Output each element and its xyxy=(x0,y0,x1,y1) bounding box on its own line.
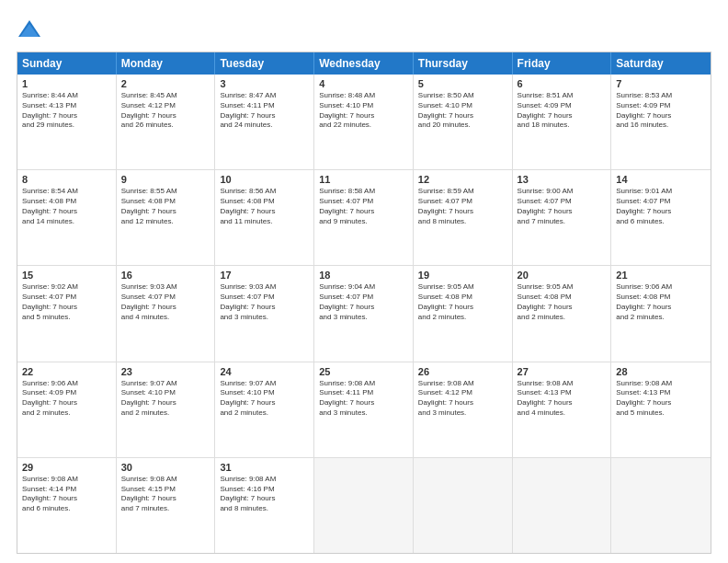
day-info: Sunrise: 8:44 AM Sunset: 4:13 PM Dayligh… xyxy=(22,91,111,131)
calendar-cell: 17Sunrise: 9:03 AM Sunset: 4:07 PM Dayli… xyxy=(215,266,314,361)
day-info: Sunrise: 9:06 AM Sunset: 4:09 PM Dayligh… xyxy=(22,379,111,419)
calendar-cell: 9Sunrise: 8:55 AM Sunset: 4:08 PM Daylig… xyxy=(117,170,216,265)
calendar-cell: 27Sunrise: 9:08 AM Sunset: 4:13 PM Dayli… xyxy=(513,362,612,457)
day-number: 28 xyxy=(616,366,706,377)
day-number: 10 xyxy=(220,174,309,185)
calendar-cell: 10Sunrise: 8:56 AM Sunset: 4:08 PM Dayli… xyxy=(215,170,314,265)
day-number: 25 xyxy=(319,366,408,377)
day-info: Sunrise: 9:08 AM Sunset: 4:14 PM Dayligh… xyxy=(22,475,111,514)
calendar-body: 1Sunrise: 8:44 AM Sunset: 4:13 PM Daylig… xyxy=(17,75,711,553)
calendar-cell: 31Sunrise: 9:08 AM Sunset: 4:16 PM Dayli… xyxy=(215,458,314,553)
day-info: Sunrise: 8:50 AM Sunset: 4:10 PM Dayligh… xyxy=(418,91,507,131)
day-number: 4 xyxy=(319,78,408,89)
calendar-cell: 2Sunrise: 8:45 AM Sunset: 4:12 PM Daylig… xyxy=(117,75,216,169)
calendar-row-5: 29Sunrise: 9:08 AM Sunset: 4:14 PM Dayli… xyxy=(17,458,711,553)
calendar-cell: 15Sunrise: 9:02 AM Sunset: 4:07 PM Dayli… xyxy=(17,266,117,361)
header-day-tuesday: Tuesday xyxy=(215,52,314,75)
header-day-thursday: Thursday xyxy=(414,52,513,75)
calendar-cell: 14Sunrise: 9:01 AM Sunset: 4:07 PM Dayli… xyxy=(611,170,711,265)
day-number: 1 xyxy=(22,78,111,89)
day-info: Sunrise: 8:54 AM Sunset: 4:08 PM Dayligh… xyxy=(22,187,111,226)
day-number: 9 xyxy=(121,174,210,185)
day-info: Sunrise: 8:51 AM Sunset: 4:09 PM Dayligh… xyxy=(518,91,607,131)
day-number: 22 xyxy=(22,366,111,377)
calendar-header: SundayMondayTuesdayWednesdayThursdayFrid… xyxy=(17,52,711,75)
day-info: Sunrise: 9:08 AM Sunset: 4:16 PM Dayligh… xyxy=(220,475,309,514)
day-info: Sunrise: 9:08 AM Sunset: 4:15 PM Dayligh… xyxy=(121,475,210,514)
day-info: Sunrise: 8:48 AM Sunset: 4:10 PM Dayligh… xyxy=(319,91,408,131)
calendar-cell: 25Sunrise: 9:08 AM Sunset: 4:11 PM Dayli… xyxy=(314,362,414,457)
day-number: 13 xyxy=(518,174,607,185)
day-info: Sunrise: 8:59 AM Sunset: 4:07 PM Dayligh… xyxy=(418,187,507,226)
day-number: 8 xyxy=(22,174,111,185)
calendar-cell: 6Sunrise: 8:51 AM Sunset: 4:09 PM Daylig… xyxy=(513,75,612,169)
day-number: 17 xyxy=(220,270,309,281)
calendar-cell: 22Sunrise: 9:06 AM Sunset: 4:09 PM Dayli… xyxy=(17,362,117,457)
calendar-cell: 1Sunrise: 8:44 AM Sunset: 4:13 PM Daylig… xyxy=(17,75,117,169)
calendar-cell: 5Sunrise: 8:50 AM Sunset: 4:10 PM Daylig… xyxy=(414,75,513,169)
day-info: Sunrise: 9:01 AM Sunset: 4:07 PM Dayligh… xyxy=(616,187,706,226)
day-number: 27 xyxy=(518,366,607,377)
day-number: 23 xyxy=(121,366,210,377)
day-number: 11 xyxy=(319,174,408,185)
calendar-row-4: 22Sunrise: 9:06 AM Sunset: 4:09 PM Dayli… xyxy=(17,362,711,458)
calendar-cell: 23Sunrise: 9:07 AM Sunset: 4:10 PM Dayli… xyxy=(117,362,216,457)
day-info: Sunrise: 8:53 AM Sunset: 4:09 PM Dayligh… xyxy=(616,91,706,131)
day-info: Sunrise: 9:00 AM Sunset: 4:07 PM Dayligh… xyxy=(518,187,607,226)
header-day-wednesday: Wednesday xyxy=(314,52,414,75)
day-number: 14 xyxy=(616,174,706,185)
calendar-cell: 7Sunrise: 8:53 AM Sunset: 4:09 PM Daylig… xyxy=(611,75,711,169)
day-number: 19 xyxy=(418,270,507,281)
calendar-cell: 13Sunrise: 9:00 AM Sunset: 4:07 PM Dayli… xyxy=(513,170,612,265)
calendar-cell: 20Sunrise: 9:05 AM Sunset: 4:08 PM Dayli… xyxy=(513,266,612,361)
day-info: Sunrise: 9:04 AM Sunset: 4:07 PM Dayligh… xyxy=(319,282,408,322)
header-day-monday: Monday xyxy=(117,52,216,75)
calendar-cell xyxy=(414,458,513,553)
day-info: Sunrise: 9:07 AM Sunset: 4:10 PM Dayligh… xyxy=(121,379,210,419)
day-info: Sunrise: 9:08 AM Sunset: 4:13 PM Dayligh… xyxy=(518,379,607,419)
calendar-cell: 28Sunrise: 9:08 AM Sunset: 4:13 PM Dayli… xyxy=(611,362,711,457)
day-number: 31 xyxy=(220,462,309,473)
day-number: 7 xyxy=(616,78,706,89)
calendar-row-1: 1Sunrise: 8:44 AM Sunset: 4:13 PM Daylig… xyxy=(17,75,711,170)
day-number: 18 xyxy=(319,270,408,281)
logo-icon xyxy=(17,17,42,42)
day-info: Sunrise: 8:56 AM Sunset: 4:08 PM Dayligh… xyxy=(220,187,309,226)
day-number: 2 xyxy=(121,78,210,89)
day-number: 15 xyxy=(22,270,111,281)
calendar-cell: 29Sunrise: 9:08 AM Sunset: 4:14 PM Dayli… xyxy=(17,458,117,553)
calendar-row-3: 15Sunrise: 9:02 AM Sunset: 4:07 PM Dayli… xyxy=(17,266,711,362)
day-number: 29 xyxy=(22,462,111,473)
day-info: Sunrise: 9:03 AM Sunset: 4:07 PM Dayligh… xyxy=(220,282,309,322)
calendar-cell: 16Sunrise: 9:03 AM Sunset: 4:07 PM Dayli… xyxy=(117,266,216,361)
day-info: Sunrise: 9:05 AM Sunset: 4:08 PM Dayligh… xyxy=(518,282,607,322)
calendar-cell: 24Sunrise: 9:07 AM Sunset: 4:10 PM Dayli… xyxy=(215,362,314,457)
header xyxy=(17,17,711,42)
day-number: 16 xyxy=(121,270,210,281)
day-info: Sunrise: 9:08 AM Sunset: 4:13 PM Dayligh… xyxy=(616,379,706,419)
day-info: Sunrise: 8:55 AM Sunset: 4:08 PM Dayligh… xyxy=(121,187,210,226)
day-info: Sunrise: 8:58 AM Sunset: 4:07 PM Dayligh… xyxy=(319,187,408,226)
day-number: 30 xyxy=(121,462,210,473)
calendar: SundayMondayTuesdayWednesdayThursdayFrid… xyxy=(17,52,711,554)
day-info: Sunrise: 9:03 AM Sunset: 4:07 PM Dayligh… xyxy=(121,282,210,322)
day-info: Sunrise: 9:05 AM Sunset: 4:08 PM Dayligh… xyxy=(418,282,507,322)
calendar-cell: 26Sunrise: 9:08 AM Sunset: 4:12 PM Dayli… xyxy=(414,362,513,457)
calendar-cell: 11Sunrise: 8:58 AM Sunset: 4:07 PM Dayli… xyxy=(314,170,414,265)
day-info: Sunrise: 9:08 AM Sunset: 4:11 PM Dayligh… xyxy=(319,379,408,419)
day-info: Sunrise: 9:06 AM Sunset: 4:08 PM Dayligh… xyxy=(616,282,706,322)
calendar-cell: 21Sunrise: 9:06 AM Sunset: 4:08 PM Dayli… xyxy=(611,266,711,361)
page: SundayMondayTuesdayWednesdayThursdayFrid… xyxy=(0,0,728,563)
calendar-cell: 19Sunrise: 9:05 AM Sunset: 4:08 PM Dayli… xyxy=(414,266,513,361)
day-info: Sunrise: 8:47 AM Sunset: 4:11 PM Dayligh… xyxy=(220,91,309,131)
calendar-cell xyxy=(513,458,612,553)
header-day-saturday: Saturday xyxy=(611,52,711,75)
calendar-cell xyxy=(611,458,711,553)
calendar-cell xyxy=(314,458,414,553)
day-number: 6 xyxy=(518,78,607,89)
calendar-cell: 8Sunrise: 8:54 AM Sunset: 4:08 PM Daylig… xyxy=(17,170,117,265)
day-info: Sunrise: 9:07 AM Sunset: 4:10 PM Dayligh… xyxy=(220,379,309,419)
calendar-cell: 12Sunrise: 8:59 AM Sunset: 4:07 PM Dayli… xyxy=(414,170,513,265)
day-number: 21 xyxy=(616,270,706,281)
day-number: 3 xyxy=(220,78,309,89)
